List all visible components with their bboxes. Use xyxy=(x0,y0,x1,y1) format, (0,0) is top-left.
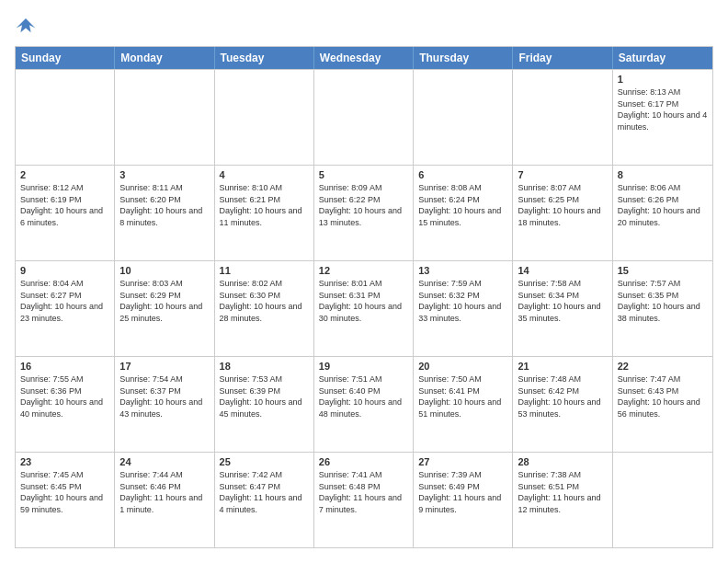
day-info: Sunrise: 8:09 AM Sunset: 6:22 PM Dayligh… xyxy=(319,182,408,228)
day-number: 21 xyxy=(518,361,607,372)
day-info: Sunrise: 8:02 AM Sunset: 6:30 PM Dayligh… xyxy=(220,278,309,324)
day-cell-12: 12Sunrise: 8:01 AM Sunset: 6:31 PM Dayli… xyxy=(314,261,414,356)
day-cell-27: 27Sunrise: 7:39 AM Sunset: 6:49 PM Dayli… xyxy=(414,453,513,547)
day-cell-19: 19Sunrise: 7:51 AM Sunset: 6:40 PM Dayli… xyxy=(314,357,414,452)
empty-cell xyxy=(613,453,712,547)
day-cell-24: 24Sunrise: 7:44 AM Sunset: 6:46 PM Dayli… xyxy=(115,453,214,547)
day-info: Sunrise: 7:42 AM Sunset: 6:47 PM Dayligh… xyxy=(220,469,309,515)
day-info: Sunrise: 7:58 AM Sunset: 6:34 PM Dayligh… xyxy=(518,278,607,324)
day-info: Sunrise: 8:13 AM Sunset: 6:17 PM Dayligh… xyxy=(618,86,708,132)
day-info: Sunrise: 7:57 AM Sunset: 6:35 PM Dayligh… xyxy=(618,278,708,324)
day-number: 5 xyxy=(319,169,408,180)
day-cell-4: 4Sunrise: 8:10 AM Sunset: 6:21 PM Daylig… xyxy=(215,166,314,260)
day-info: Sunrise: 8:08 AM Sunset: 6:24 PM Dayligh… xyxy=(418,182,507,228)
day-cell-11: 11Sunrise: 8:02 AM Sunset: 6:30 PM Dayli… xyxy=(215,261,314,356)
calendar: SundayMondayTuesdayWednesdayThursdayFrid… xyxy=(15,46,713,548)
day-number: 16 xyxy=(20,361,109,372)
day-cell-18: 18Sunrise: 7:53 AM Sunset: 6:39 PM Dayli… xyxy=(215,357,314,452)
day-info: Sunrise: 8:07 AM Sunset: 6:25 PM Dayligh… xyxy=(518,182,607,228)
calendar-week-3: 9Sunrise: 8:04 AM Sunset: 6:27 PM Daylig… xyxy=(16,260,712,356)
header-day-wednesday: Wednesday xyxy=(314,47,414,69)
day-info: Sunrise: 7:45 AM Sunset: 6:45 PM Dayligh… xyxy=(20,469,109,515)
header xyxy=(15,15,713,37)
day-info: Sunrise: 7:41 AM Sunset: 6:48 PM Dayligh… xyxy=(319,469,408,515)
day-info: Sunrise: 7:55 AM Sunset: 6:36 PM Dayligh… xyxy=(20,373,109,419)
calendar-week-5: 23Sunrise: 7:45 AM Sunset: 6:45 PM Dayli… xyxy=(16,452,712,547)
header-day-friday: Friday xyxy=(513,47,612,69)
logo xyxy=(15,15,40,37)
day-info: Sunrise: 7:38 AM Sunset: 6:51 PM Dayligh… xyxy=(518,469,607,515)
empty-cell xyxy=(414,70,513,165)
day-number: 25 xyxy=(220,456,309,467)
day-info: Sunrise: 7:59 AM Sunset: 6:32 PM Dayligh… xyxy=(418,278,507,324)
day-info: Sunrise: 7:48 AM Sunset: 6:42 PM Dayligh… xyxy=(518,373,607,419)
day-number: 15 xyxy=(618,265,708,276)
day-number: 1 xyxy=(618,74,708,85)
day-cell-7: 7Sunrise: 8:07 AM Sunset: 6:25 PM Daylig… xyxy=(513,166,612,260)
day-cell-25: 25Sunrise: 7:42 AM Sunset: 6:47 PM Dayli… xyxy=(215,453,314,547)
day-cell-28: 28Sunrise: 7:38 AM Sunset: 6:51 PM Dayli… xyxy=(513,453,612,547)
calendar-body: 1Sunrise: 8:13 AM Sunset: 6:17 PM Daylig… xyxy=(16,69,712,547)
day-number: 7 xyxy=(518,169,607,180)
day-number: 22 xyxy=(618,361,708,372)
day-info: Sunrise: 8:03 AM Sunset: 6:29 PM Dayligh… xyxy=(119,278,209,324)
day-number: 12 xyxy=(319,265,408,276)
day-info: Sunrise: 8:06 AM Sunset: 6:26 PM Dayligh… xyxy=(618,182,708,228)
day-cell-8: 8Sunrise: 8:06 AM Sunset: 6:26 PM Daylig… xyxy=(613,166,712,260)
empty-cell xyxy=(513,70,612,165)
header-day-sunday: Sunday xyxy=(16,47,115,69)
day-info: Sunrise: 8:10 AM Sunset: 6:21 PM Dayligh… xyxy=(220,182,309,228)
day-cell-20: 20Sunrise: 7:50 AM Sunset: 6:41 PM Dayli… xyxy=(414,357,513,452)
logo-icon xyxy=(15,15,37,37)
day-info: Sunrise: 7:39 AM Sunset: 6:49 PM Dayligh… xyxy=(418,469,507,515)
day-cell-23: 23Sunrise: 7:45 AM Sunset: 6:45 PM Dayli… xyxy=(16,453,115,547)
day-info: Sunrise: 8:11 AM Sunset: 6:20 PM Dayligh… xyxy=(119,182,209,228)
day-info: Sunrise: 7:54 AM Sunset: 6:37 PM Dayligh… xyxy=(119,373,209,419)
day-cell-10: 10Sunrise: 8:03 AM Sunset: 6:29 PM Dayli… xyxy=(115,261,214,356)
calendar-week-4: 16Sunrise: 7:55 AM Sunset: 6:36 PM Dayli… xyxy=(16,356,712,452)
day-number: 19 xyxy=(319,361,408,372)
day-number: 4 xyxy=(220,169,309,180)
day-info: Sunrise: 7:50 AM Sunset: 6:41 PM Dayligh… xyxy=(418,373,507,419)
day-cell-22: 22Sunrise: 7:47 AM Sunset: 6:43 PM Dayli… xyxy=(613,357,712,452)
day-number: 26 xyxy=(319,456,408,467)
day-number: 14 xyxy=(518,265,607,276)
day-info: Sunrise: 7:47 AM Sunset: 6:43 PM Dayligh… xyxy=(618,373,708,419)
day-cell-26: 26Sunrise: 7:41 AM Sunset: 6:48 PM Dayli… xyxy=(314,453,414,547)
day-info: Sunrise: 7:51 AM Sunset: 6:40 PM Dayligh… xyxy=(319,373,408,419)
day-cell-5: 5Sunrise: 8:09 AM Sunset: 6:22 PM Daylig… xyxy=(314,166,414,260)
day-cell-15: 15Sunrise: 7:57 AM Sunset: 6:35 PM Dayli… xyxy=(613,261,712,356)
empty-cell xyxy=(115,70,214,165)
day-cell-16: 16Sunrise: 7:55 AM Sunset: 6:36 PM Dayli… xyxy=(16,357,115,452)
day-info: Sunrise: 8:01 AM Sunset: 6:31 PM Dayligh… xyxy=(319,278,408,324)
day-number: 17 xyxy=(119,361,209,372)
page: SundayMondayTuesdayWednesdayThursdayFrid… xyxy=(0,0,728,563)
header-day-saturday: Saturday xyxy=(613,47,712,69)
day-number: 10 xyxy=(119,265,209,276)
day-info: Sunrise: 7:44 AM Sunset: 6:46 PM Dayligh… xyxy=(119,469,209,515)
day-cell-3: 3Sunrise: 8:11 AM Sunset: 6:20 PM Daylig… xyxy=(115,166,214,260)
day-cell-1: 1Sunrise: 8:13 AM Sunset: 6:17 PM Daylig… xyxy=(613,70,712,165)
day-cell-13: 13Sunrise: 7:59 AM Sunset: 6:32 PM Dayli… xyxy=(414,261,513,356)
day-info: Sunrise: 8:12 AM Sunset: 6:19 PM Dayligh… xyxy=(20,182,109,228)
day-number: 28 xyxy=(518,456,607,467)
empty-cell xyxy=(314,70,414,165)
day-number: 11 xyxy=(220,265,309,276)
header-day-monday: Monday xyxy=(115,47,214,69)
header-day-thursday: Thursday xyxy=(414,47,513,69)
day-number: 23 xyxy=(20,456,109,467)
day-cell-6: 6Sunrise: 8:08 AM Sunset: 6:24 PM Daylig… xyxy=(414,166,513,260)
day-info: Sunrise: 8:04 AM Sunset: 6:27 PM Dayligh… xyxy=(20,278,109,324)
day-number: 27 xyxy=(418,456,507,467)
day-number: 13 xyxy=(418,265,507,276)
day-cell-9: 9Sunrise: 8:04 AM Sunset: 6:27 PM Daylig… xyxy=(16,261,115,356)
day-number: 2 xyxy=(20,169,109,180)
day-info: Sunrise: 7:53 AM Sunset: 6:39 PM Dayligh… xyxy=(220,373,309,419)
day-number: 20 xyxy=(418,361,507,372)
day-number: 24 xyxy=(119,456,209,467)
header-day-tuesday: Tuesday xyxy=(215,47,314,69)
calendar-week-2: 2Sunrise: 8:12 AM Sunset: 6:19 PM Daylig… xyxy=(16,165,712,260)
day-number: 8 xyxy=(618,169,708,180)
empty-cell xyxy=(215,70,314,165)
day-cell-17: 17Sunrise: 7:54 AM Sunset: 6:37 PM Dayli… xyxy=(115,357,214,452)
